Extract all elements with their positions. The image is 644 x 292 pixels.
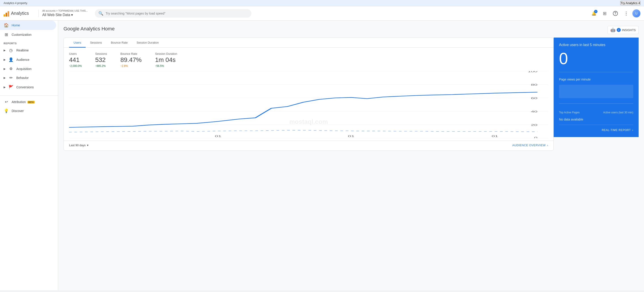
help-button[interactable]: ? [611, 9, 620, 18]
sidebar-item-realtime[interactable]: ▶ ◷ Realtime [0, 46, 56, 55]
conversions-icon: 🚩 [8, 85, 14, 90]
svg-text:Sep: Sep [490, 138, 500, 138]
header-actions: 🔔 3 ⊞ ? ⋮ U [590, 9, 640, 18]
insights-count: 2 [617, 28, 621, 32]
metric-bounce-rate-value: 89.47% [120, 56, 142, 64]
metric-sessions: Sessions 532 ↑885.2% [95, 52, 107, 68]
discover-icon: 💡 [4, 108, 9, 113]
chart-footer: Last 90 days ▾ AUDIENCE OVERVIEW › [64, 141, 554, 150]
tab-session-duration[interactable]: Session Duration [132, 38, 163, 48]
svg-text:0: 0 [534, 136, 538, 138]
logo-text: Analytics [11, 11, 29, 16]
overview-metrics: Users 441 ↑2,000.0% Sessions 532 ↑885.2%… [64, 48, 554, 68]
metric-users-label: Users [69, 52, 82, 56]
header: Analytics All accounts > TOPINMENA( USE … [0, 6, 644, 20]
date-range-label: Last 90 days [69, 144, 86, 147]
insights-button[interactable]: 🤖 2 INSIGHTS [608, 26, 639, 34]
sidebar-item-customization[interactable]: ⊞ Customization [0, 30, 56, 39]
sidebar-item-conversions-label: Conversions [16, 86, 52, 89]
overview-card: Users Sessions Bounce Rate Session Durat… [64, 38, 554, 151]
realtime-col2: Active users (last 30 min) [603, 111, 633, 114]
sidebar-item-attribution[interactable]: ↩ Attribution BETA [0, 98, 56, 106]
date-range-button[interactable]: Last 90 days ▾ [69, 144, 88, 147]
realtime-title: Active users in last 5 minutes [559, 43, 633, 47]
sidebar-item-discover[interactable]: 💡 Discover [0, 106, 56, 116]
logo: Analytics [4, 10, 35, 16]
realtime-pageviews-label: Page views per minute [559, 78, 633, 81]
overview-tabs: Users Sessions Bounce Rate Session Durat… [64, 38, 554, 48]
tab-bounce-rate[interactable]: Bounce Rate [106, 38, 132, 48]
realtime-table-header: Top Active Pages Active users (last 30 m… [559, 111, 633, 114]
breadcrumb: All accounts > TOPINMENA( USE THIS... [42, 9, 88, 12]
sidebar-item-discover-label: Discover [12, 109, 52, 113]
svg-text:100: 100 [528, 71, 538, 73]
sidebar-item-behavior[interactable]: ▶ ✏ Behavior [0, 73, 56, 82]
metric-users-change: ↑2,000.0% [69, 64, 82, 68]
sidebar-item-realtime-label: Realtime [16, 48, 52, 52]
search-input[interactable] [106, 12, 248, 15]
reports-section-label: REPORTS [0, 39, 58, 46]
sidebar-item-conversions[interactable]: ▶ 🚩 Conversions [0, 82, 56, 92]
expand-icon-acquisition: ▶ [4, 67, 6, 70]
sidebar-item-behavior-label: Behavior [16, 76, 52, 80]
metric-session-duration-value: 1m 04s [155, 56, 177, 64]
expand-icon-conversions: ▶ [4, 86, 6, 89]
svg-text:Aug: Aug [346, 138, 356, 138]
avatar-image: U [632, 10, 640, 18]
sidebar-item-audience-label: Audience [16, 58, 52, 62]
metric-sessions-label: Sessions [95, 52, 107, 56]
top-bar: Analytics 4 property. Try Analytics 4 [0, 0, 644, 6]
metric-session-duration-change: ↑56.5% [155, 64, 177, 68]
avatar[interactable]: U [632, 10, 640, 18]
more-icon: ⋮ [624, 11, 628, 16]
metric-sessions-change: ↑885.2% [95, 64, 107, 68]
header-divider [38, 10, 39, 17]
chart-area: 100 80 60 40 20 0 01 Jul [64, 68, 554, 139]
metric-bounce-rate-change: ↑2.8% [120, 64, 142, 68]
audience-overview-link[interactable]: AUDIENCE OVERVIEW › [512, 144, 548, 147]
sidebar-item-home[interactable]: 🏠 Home [0, 20, 56, 30]
logo-bar-1 [4, 14, 5, 16]
more-button[interactable]: ⋮ [622, 9, 630, 18]
realtime-report-arrow-icon: › [632, 128, 633, 132]
metric-users-value: 441 [69, 56, 82, 64]
realtime-divider [559, 72, 633, 72]
audience-icon: 👤 [8, 57, 14, 62]
sidebar-item-audience[interactable]: ▶ 👤 Audience [0, 55, 56, 64]
property-selector[interactable]: All Web Site Data ▾ [42, 12, 88, 18]
try-analytics4-button[interactable]: Try Analytics 4 [620, 1, 640, 5]
metric-session-duration: Session Duration 1m 04s ↑56.5% [155, 52, 177, 68]
metric-bounce-rate: Bounce Rate 89.47% ↑2.8% [120, 52, 142, 68]
notifications-button[interactable]: 🔔 3 [590, 9, 598, 18]
realtime-pageviews-bar [559, 85, 633, 98]
search-bar[interactable]: 🔍 [95, 9, 251, 18]
apps-button[interactable]: ⊞ [600, 9, 609, 18]
sidebar-item-acquisition[interactable]: ▶ ⚙ Acquisition [0, 64, 56, 73]
sidebar-item-customization-label: Customization [12, 33, 52, 36]
sidebar: 🏠 Home ⊞ Customization REPORTS ▶ ◷ Realt… [0, 20, 58, 290]
insights-label: INSIGHTS [622, 28, 636, 32]
dropdown-arrow-icon: ▾ [71, 12, 73, 18]
svg-text:20: 20 [531, 124, 537, 126]
tab-sessions[interactable]: Sessions [86, 38, 106, 48]
realtime-no-data: No data available [559, 118, 633, 121]
realtime-report-link[interactable]: REAL-TIME REPORT › [559, 125, 633, 132]
customization-icon: ⊞ [4, 32, 9, 37]
audience-overview-arrow-icon: › [547, 144, 548, 147]
metric-sessions-value: 532 [95, 56, 107, 64]
app-body: 🏠 Home ⊞ Customization REPORTS ▶ ◷ Realt… [0, 20, 644, 290]
logo-bar-3 [8, 11, 9, 16]
metric-bounce-rate-label: Bounce Rate [120, 52, 142, 56]
content-row: Users Sessions Bounce Rate Session Durat… [64, 38, 639, 156]
acquisition-icon: ⚙ [8, 67, 14, 71]
svg-text:Jul: Jul [214, 138, 222, 138]
property-name: All Web Site Data [42, 12, 70, 18]
svg-text:60: 60 [531, 97, 537, 100]
top-bar-text: Analytics 4 property. [4, 2, 28, 5]
help-icon: ? [613, 11, 618, 16]
realtime-report-label: REAL-TIME REPORT [602, 128, 631, 132]
beta-badge: BETA [28, 101, 35, 104]
tab-users[interactable]: Users [69, 38, 86, 48]
svg-text:01: 01 [348, 134, 354, 138]
sidebar-item-attribution-label: Attribution BETA [12, 100, 52, 104]
